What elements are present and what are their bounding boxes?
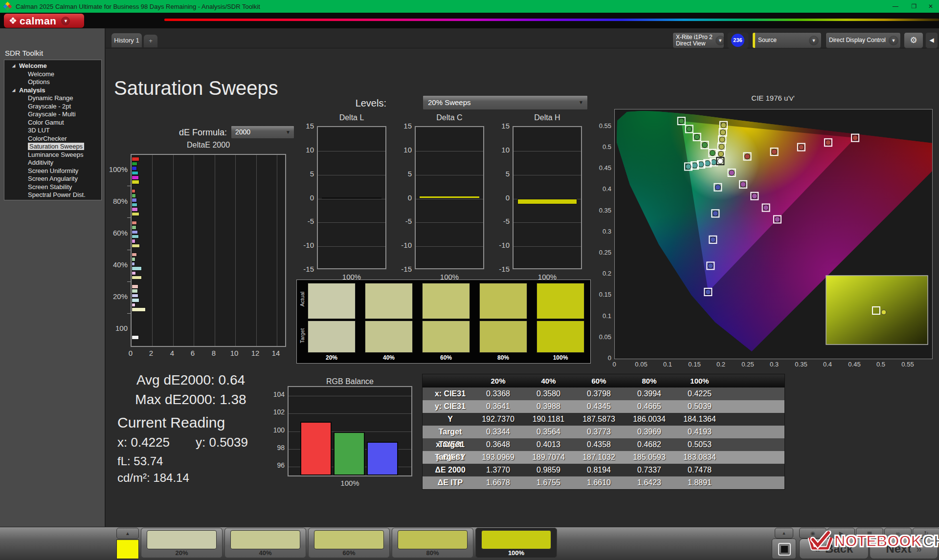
de-formula-dropdown[interactable]: 2000 ▼ [231, 126, 294, 139]
reading-count-button[interactable]: 236 [727, 32, 749, 48]
calman-app: Calman 2025 Calman Ultimate for Business… [0, 0, 939, 560]
table-value-cell: 0.4193 [674, 426, 725, 438]
tree-item-welcome-section[interactable]: ◢Welcome [4, 62, 101, 70]
fl-label: fL: [117, 454, 131, 468]
loop-icon: ∞ [896, 530, 900, 536]
panel-collapse-button[interactable]: ◀ [925, 32, 938, 48]
cie-marker-cyan-100-measured [686, 164, 691, 169]
tree-item-3d-lut[interactable]: 3D LUT [4, 127, 101, 135]
source-dropdown[interactable]: Source ▼ [752, 32, 822, 48]
current-x-reading: x: 0.4225 [117, 435, 170, 450]
next-button[interactable]: Next » [870, 538, 938, 559]
cie-x-tick: 0.25 [739, 361, 757, 368]
maximize-button[interactable]: ❐ [906, 0, 922, 13]
logo-row: ❖ calman ▼ [0, 13, 939, 28]
deltae-x-tick: 10 [229, 349, 239, 357]
tab-add-button[interactable]: + [144, 35, 157, 47]
cie-marker-red-100-measured [852, 135, 858, 141]
bottom-swatch-20[interactable]: 20% [141, 528, 223, 558]
table-value-cell: 0.7337 [624, 464, 674, 476]
tree-item-options[interactable]: Options [4, 78, 101, 86]
cie-x-tick: 0.35 [792, 361, 810, 368]
refresh-button[interactable]: ↻ [913, 528, 939, 538]
levels-label: Levels: [342, 98, 386, 109]
minimize-button[interactable]: — [887, 0, 904, 13]
table-value-cell: 0.3648 [473, 438, 523, 451]
measurement-table: 20%40%60%80%100%x: CIE310.33680.35800.37… [422, 374, 785, 490]
tree-item-colorchecker[interactable]: ColorChecker [4, 135, 101, 143]
delta-chart-delta-h [513, 126, 582, 269]
deltae-bar-20-cyan [132, 298, 139, 302]
table-value-cell: 187.1032 [574, 451, 624, 464]
table-row-y: Y192.7370190.1181187.5873186.0034184.136… [423, 413, 784, 426]
bottom-swatch-100[interactable]: 100% [475, 528, 557, 558]
sdr-tree: ◢WelcomeWelcomeOptions◢AnalysisDynamic R… [4, 60, 102, 200]
swatch-panel-expand-button[interactable]: ▲ [116, 528, 139, 539]
tab-history-1[interactable]: History 1 [112, 33, 142, 47]
direct-display-control-dropdown[interactable]: Direct Display Control ▼ [826, 32, 901, 48]
bottom-swatch-60[interactable]: 60% [308, 528, 390, 558]
gridline [215, 155, 215, 346]
deltae-bar-40-magenta [132, 271, 136, 276]
tree-item-saturation-sweeps[interactable]: Saturation Sweeps [4, 143, 101, 151]
calman-menu-button[interactable]: ❖ calman ▼ [4, 14, 84, 28]
levels-dropdown[interactable]: 20% Sweeps ▼ [423, 95, 588, 110]
tree-item-analysis-section[interactable]: ◢Analysis [4, 86, 101, 95]
cie-x-tick: 0 [605, 361, 623, 368]
cie-x-tick: 0.05 [632, 361, 650, 368]
gridline [194, 155, 194, 346]
delta-y-tick: 10 [394, 146, 412, 154]
deltae-bar-40-cyan [132, 266, 142, 271]
back-button[interactable]: « Back [799, 538, 869, 559]
close-button[interactable]: ✕ [922, 0, 939, 13]
report-button[interactable]: ▦ [856, 528, 883, 538]
cie-marker-blue-100-measured [705, 289, 711, 295]
bottom-swatch-80[interactable]: 80% [392, 528, 473, 558]
x-value: 0.4225 [131, 435, 170, 450]
tree-item-label: Dynamic Range [28, 94, 73, 102]
x-label: x: [117, 435, 127, 450]
delta-chart-title-delta-h: Delta H [513, 113, 582, 122]
tree-item-spectral-power-dist[interactable]: Spectral Power Dist. [4, 191, 101, 199]
deltae-bar-80-green [132, 194, 136, 198]
tree-expander-icon[interactable]: ◢ [12, 86, 15, 95]
deltae-bar-60-green [132, 225, 136, 230]
delta-y-tick: -15 [394, 265, 412, 273]
loop-button[interactable]: ∞ [884, 528, 912, 538]
table-value-cell: 1.6755 [523, 476, 574, 489]
tree-item-grayscale-2pt[interactable]: Grayscale - 2pt [4, 103, 101, 111]
table-value-cell: 184.1364 [674, 413, 725, 426]
tree-item-color-gamut[interactable]: Color Gamut [4, 119, 101, 127]
settings-button[interactable]: ⚙ [904, 32, 923, 48]
tree-item-welcome[interactable]: Welcome [4, 70, 101, 79]
actual-patch-100 [537, 283, 584, 319]
tree-item-screen-angularity[interactable]: Screen Angularity [4, 175, 101, 183]
bottom-swatch-40[interactable]: 40% [224, 528, 306, 558]
deltae-bar-60-red [132, 221, 137, 225]
snapshot-button[interactable]: ◉ [799, 528, 827, 538]
nav-expand-button[interactable]: ▲ [775, 528, 793, 538]
stop-button[interactable] [772, 538, 796, 559]
delta-y-tick: 15 [296, 122, 314, 130]
tree-item-screen-stability[interactable]: Screen Stability [4, 183, 101, 192]
delta-chart-delta-l [317, 126, 386, 269]
tree-item-luminance-sweeps[interactable]: Luminance Sweeps [4, 151, 101, 159]
tree-expander-icon[interactable]: ◢ [12, 62, 15, 70]
current-patch-swatch[interactable] [116, 539, 139, 559]
gridline [289, 413, 411, 414]
meter-name: X-Rite i1Pro 2 [676, 34, 713, 41]
tree-item-screen-uniformity[interactable]: Screen Uniformity [4, 167, 101, 175]
table-col-header-80: 80% [624, 374, 674, 388]
axis-tick [127, 250, 131, 250]
delta-y-tick: -5 [394, 217, 412, 225]
deltae-bar-100-yellow [132, 180, 139, 184]
tree-item-dynamic-range[interactable]: Dynamic Range [4, 94, 101, 103]
meter-dropdown[interactable]: X-Rite i1Pro 2 Direct View ▼ [672, 32, 724, 48]
tree-item-additivity[interactable]: Additivity [4, 159, 101, 167]
table-value-cell: 193.0969 [473, 451, 523, 464]
tree-item-grayscale-multi[interactable]: Grayscale - Multi [4, 110, 101, 119]
actual-patch-80 [479, 283, 527, 319]
cie-x-tick: 0.45 [846, 361, 863, 368]
play-button[interactable]: ▶ [827, 528, 855, 538]
swatch-color-80 [398, 530, 468, 549]
